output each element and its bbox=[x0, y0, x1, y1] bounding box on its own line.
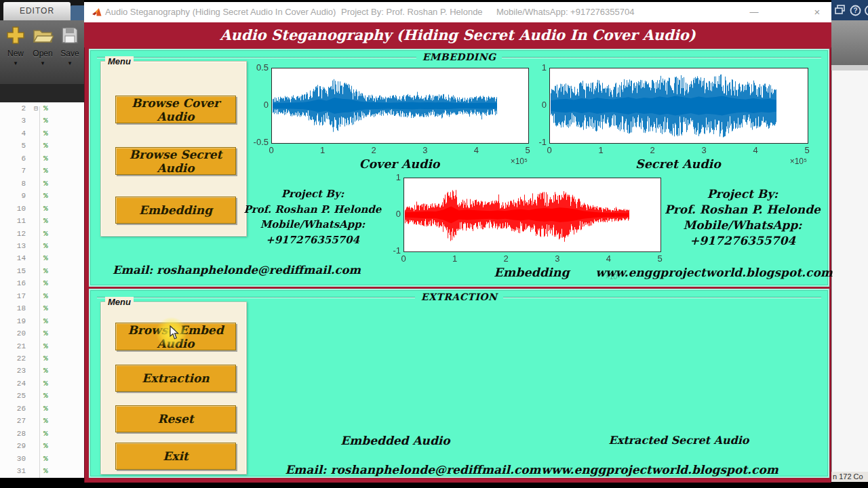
browse-secret-audio-button[interactable]: Browse Secret Audio bbox=[115, 147, 236, 175]
matlab-logo-icon bbox=[92, 7, 102, 18]
embedding-panel: EMBEDDING Menu Browse Cover AudioBrowse … bbox=[89, 49, 829, 287]
editor-line: 21% bbox=[0, 342, 84, 354]
comment-token: % bbox=[43, 367, 48, 375]
matlab-window-titlebar: ? bbox=[831, 0, 868, 20]
y-tick-label: 1 bbox=[517, 62, 547, 73]
toolbar-open-button[interactable]: Open▾ bbox=[30, 23, 56, 81]
app-banner: Audio Steganography (Hiding Secret Audio… bbox=[84, 22, 831, 47]
status-bar: n 172 Co bbox=[831, 472, 868, 482]
line-number: 27 bbox=[0, 417, 26, 425]
menu-panel-title: Menu bbox=[105, 297, 134, 307]
exit-button[interactable]: Exit bbox=[115, 443, 236, 470]
plot-title-embedding: Embedding bbox=[494, 266, 569, 279]
comment-token: % bbox=[43, 405, 48, 413]
mouse-cursor-icon bbox=[170, 325, 180, 341]
toolbar-new-button[interactable]: New▾ bbox=[3, 23, 28, 81]
plot-title-cover-audio: Cover Audio bbox=[359, 157, 439, 171]
line-number: 8 bbox=[0, 180, 26, 188]
editor-line: 11% bbox=[0, 217, 84, 229]
comment-token: % bbox=[43, 292, 48, 300]
comment-token: % bbox=[43, 304, 48, 312]
x-tick-label: 4 bbox=[466, 145, 486, 155]
line-number: 13 bbox=[0, 242, 26, 250]
x-axis-exponent-label: ×10⁵ bbox=[774, 157, 807, 166]
extracted-secret-audio-label: Extracted Secret Audio bbox=[608, 434, 749, 447]
toolbar-save-button[interactable]: Save▾ bbox=[57, 23, 83, 81]
toolbar-button-label: Save bbox=[57, 49, 83, 58]
x-tick-label: 2 bbox=[363, 145, 384, 155]
editor-line: 25% bbox=[0, 392, 84, 404]
editor-line: 18% bbox=[0, 304, 84, 317]
line-number: 23 bbox=[0, 367, 26, 375]
editor-line: 17% bbox=[0, 292, 84, 304]
dropdown-arrow-icon: ▾ bbox=[30, 60, 56, 66]
minimize-button[interactable]: — bbox=[746, 2, 762, 22]
line-number: 28 bbox=[0, 430, 26, 438]
credit-line: Project By: bbox=[648, 186, 837, 202]
tab-fragment[interactable] bbox=[71, 5, 84, 20]
comment-token: % bbox=[43, 455, 48, 463]
matlab-toolstrip-edge bbox=[831, 20, 868, 65]
restore-window-icon[interactable] bbox=[835, 5, 846, 15]
x-axis-exponent-label: ×10⁵ bbox=[495, 157, 528, 166]
editor-line: 28% bbox=[0, 430, 84, 442]
comment-token: % bbox=[43, 192, 48, 200]
line-number: 20 bbox=[0, 329, 26, 338]
editor-line: 15% bbox=[0, 267, 84, 279]
editor-line: 19% bbox=[0, 317, 84, 329]
comment-token: % bbox=[43, 254, 48, 262]
embedding-header: EMBEDDING bbox=[90, 52, 828, 62]
extraction-header-label: EXTRACTION bbox=[421, 291, 498, 302]
code-editor-gutter[interactable]: 2⊟%3%4%5%6%7%8%9%10%11%12%13%14%15%16%17… bbox=[0, 102, 85, 478]
credit-line: +917276355704 bbox=[648, 233, 837, 249]
comment-token: % bbox=[43, 380, 48, 388]
y-tick-label: 1 bbox=[371, 172, 401, 182]
x-tick-label: 3 bbox=[415, 145, 435, 155]
credit-line: +917276355704 bbox=[218, 232, 408, 248]
comment-token: % bbox=[43, 129, 48, 138]
comment-token: % bbox=[43, 267, 48, 275]
line-number: 11 bbox=[0, 217, 26, 225]
x-tick-label: 0 bbox=[539, 145, 559, 155]
screen: EDITOR New▾Open▾Save▾ FILE Project.m× + … bbox=[0, 0, 868, 488]
extraction-header: EXTRACTION bbox=[90, 291, 828, 302]
line-number: 31 bbox=[0, 467, 26, 475]
x-tick-label: 4 bbox=[598, 253, 618, 264]
comment-token: % bbox=[43, 217, 48, 225]
comment-token: % bbox=[43, 467, 48, 475]
x-tick-label: 0 bbox=[261, 145, 281, 155]
x-tick-label: 1 bbox=[313, 145, 333, 155]
editor-line: 22% bbox=[0, 354, 84, 367]
editor-line: 24% bbox=[0, 380, 84, 392]
app-title: Audio Steganography (Hiding Secret Audio… bbox=[105, 2, 336, 22]
comment-token: % bbox=[43, 317, 48, 325]
editor-line: 14% bbox=[0, 254, 84, 266]
line-number: 30 bbox=[0, 455, 26, 463]
close-button[interactable]: × bbox=[810, 2, 825, 22]
comment-token: % bbox=[43, 230, 48, 238]
new-document-icon bbox=[5, 24, 26, 46]
app-banner-title: Audio Steganography (Hiding Secret Audio… bbox=[84, 22, 831, 47]
tab-editor[interactable]: EDITOR bbox=[3, 2, 71, 20]
line-number: 15 bbox=[0, 267, 26, 275]
credit-block-right: Project By:Prof. Roshan P. HelondeMobile… bbox=[648, 186, 837, 249]
y-tick-label: 0 bbox=[239, 100, 269, 110]
reset-button[interactable]: Reset bbox=[115, 405, 236, 432]
comment-token: % bbox=[43, 329, 48, 338]
editor-background-edge bbox=[831, 70, 868, 472]
extraction-button[interactable]: Extraction bbox=[115, 365, 236, 392]
code-fold-icon[interactable]: ⊟ bbox=[34, 105, 38, 113]
editor-line: 5% bbox=[0, 142, 84, 154]
line-number: 26 bbox=[0, 405, 26, 413]
line-number: 29 bbox=[0, 442, 26, 450]
help-icon[interactable]: ? bbox=[850, 5, 861, 16]
credit-line: Project By: bbox=[218, 186, 408, 202]
line-number: 10 bbox=[0, 205, 26, 213]
divider bbox=[502, 57, 821, 58]
browse-cover-audio-button[interactable]: Browse Cover Audio bbox=[115, 96, 236, 123]
app-title-project: Project By: Prof. Roshan P. Helonde bbox=[341, 2, 483, 22]
screen-edge bbox=[831, 482, 868, 488]
line-number: 3 bbox=[0, 117, 26, 125]
editor-line: 29% bbox=[0, 442, 84, 454]
line-number: 16 bbox=[0, 279, 26, 287]
